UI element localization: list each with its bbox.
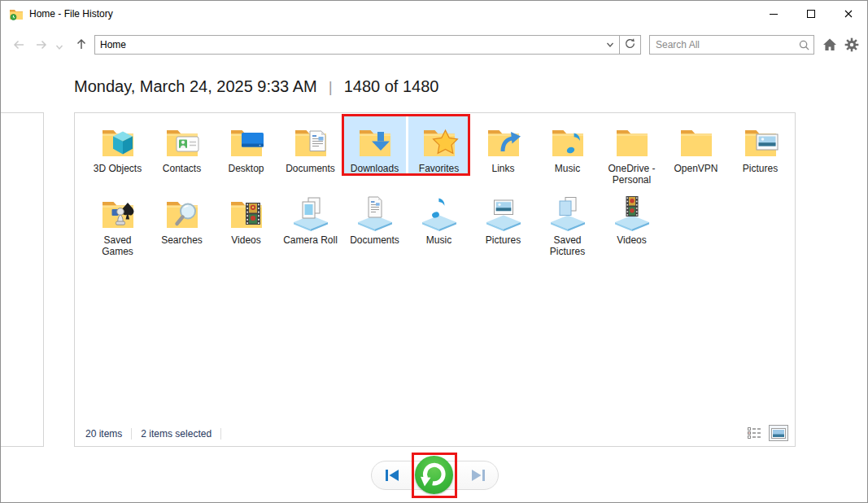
previous-version-button[interactable] [382,467,403,483]
file-tile-label: 3D Objects [94,163,142,174]
file-tile[interactable]: Documents [278,116,342,188]
file-tile-label: Links [491,163,514,174]
file-tile-label: Pictures [486,234,521,246]
file-tile[interactable]: Pictures [471,188,535,260]
file-tile[interactable]: Saved Pictures [535,188,600,260]
folder-downloads-icon [355,121,395,160]
file-tile[interactable]: Videos [214,188,278,260]
file-tile[interactable]: 3D Objects [85,116,150,188]
next-version-icon [469,468,488,483]
navigation-toolbar [1,27,867,62]
file-tile[interactable]: OpenVPN [664,116,728,188]
refresh-button[interactable] [619,35,641,55]
restore-button[interactable] [415,456,453,494]
snapshot-heading: Monday, March 24, 2025 9:33 AM | 1480 of… [74,77,438,96]
icon-grid: 3D ObjectsContactsDesktopDocumentsDownlo… [85,116,795,260]
file-tile[interactable]: Desktop [214,116,278,188]
library-videos-icon [613,193,652,232]
view-toggles [744,425,788,441]
thumbnail-view-button[interactable] [769,425,788,441]
search-box[interactable] [649,35,814,55]
file-tile-label: Videos [617,234,646,246]
file-tile[interactable]: OneDrive - Personal [600,116,664,188]
back-arrow-icon[interactable] [11,37,26,52]
title-bar: Home - File History [1,1,867,27]
item-count: 20 items [85,428,122,440]
file-tile[interactable]: Music [535,116,600,188]
gear-icon[interactable] [844,37,859,55]
snapshot-datetime: Monday, March 24, 2025 9:33 AM [74,77,317,96]
folder-desktop-icon [227,121,266,160]
next-version-button[interactable] [468,467,489,483]
recent-locations-chevron-icon[interactable] [55,41,64,50]
folder-3d-icon [98,121,137,160]
file-tile-label: Music [555,163,580,174]
folder-plain-icon [677,121,716,160]
address-bar[interactable] [94,35,620,55]
file-history-app-icon [9,7,24,20]
icon-grid-row: Saved GamesSearchesVideosCamera RollDocu… [85,188,795,260]
file-tile-label: Pictures [743,163,778,174]
file-tile-label: Documents [286,163,335,174]
file-tile-label: OneDrive - Personal [601,163,663,186]
file-tile[interactable]: Pictures [728,116,792,188]
library-music-icon [420,193,459,232]
library-documents-icon [355,193,395,232]
file-tile-label: Saved Games [87,234,149,257]
file-tile-label: Desktop [228,163,264,174]
home-icon[interactable] [822,37,837,55]
file-tile[interactable]: Downloads [342,116,407,188]
status-bar: 20 items 2 items selected [85,428,230,440]
file-tile-label: Searches [161,234,203,246]
library-savedpictures-icon [548,193,587,232]
snapshot-panel: 3D ObjectsContactsDesktopDocumentsDownlo… [74,112,796,447]
file-tile-label: Downloads [351,163,399,174]
address-input[interactable] [95,39,601,50]
window-title: Home - File History [29,8,113,20]
up-arrow-icon[interactable] [74,37,89,51]
file-tile[interactable]: Saved Games [85,188,150,260]
minimize-button[interactable] [755,1,792,27]
file-tile[interactable]: Camera Roll [278,188,342,260]
folder-links-icon [484,121,523,160]
library-pictures-icon [484,193,523,232]
refresh-icon [624,37,636,53]
previous-snapshot-panel-edge[interactable] [0,112,44,447]
file-tile-label: OpenVPN [674,163,718,174]
maximize-button[interactable] [792,1,830,27]
folder-videos-icon [227,193,266,232]
heading-divider: | [329,78,333,96]
folder-documents-icon [291,121,330,160]
details-view-button[interactable] [744,425,764,441]
file-tile-label: Saved Pictures [537,234,599,257]
folder-plain-icon [613,121,652,160]
status-divider [131,428,132,440]
file-tile[interactable]: Contacts [150,116,214,188]
file-tile-label: Videos [231,234,260,246]
file-tile[interactable]: Videos [600,188,664,260]
folder-favorites-icon [420,121,459,160]
snapshot-position: 1480 of 1480 [344,77,439,96]
file-tile[interactable]: Music [407,188,471,260]
address-dropdown-chevron-icon[interactable] [601,36,619,54]
file-tile[interactable]: Searches [150,188,214,260]
status-divider [220,428,221,440]
restore-green-arrow-icon [415,456,453,494]
folder-pictures-icon [741,121,780,160]
folder-savedgames-icon [98,193,137,232]
folder-contacts-icon [163,121,202,160]
file-tile[interactable]: Documents [342,188,407,260]
file-tile-label: Camera Roll [283,234,338,246]
library-cameraroll-icon [291,193,330,232]
forward-arrow-icon[interactable] [34,37,49,52]
folder-searches-icon [163,193,202,232]
previous-version-icon [382,468,402,483]
close-button[interactable] [830,1,867,27]
search-input[interactable] [650,39,794,50]
file-tile-label: Contacts [163,163,201,174]
magnifier-icon[interactable] [794,39,813,51]
file-tile[interactable]: Favorites [407,116,471,188]
selection-count: 2 items selected [141,428,212,440]
file-tile-label: Favorites [419,163,459,174]
file-tile[interactable]: Links [471,116,535,188]
